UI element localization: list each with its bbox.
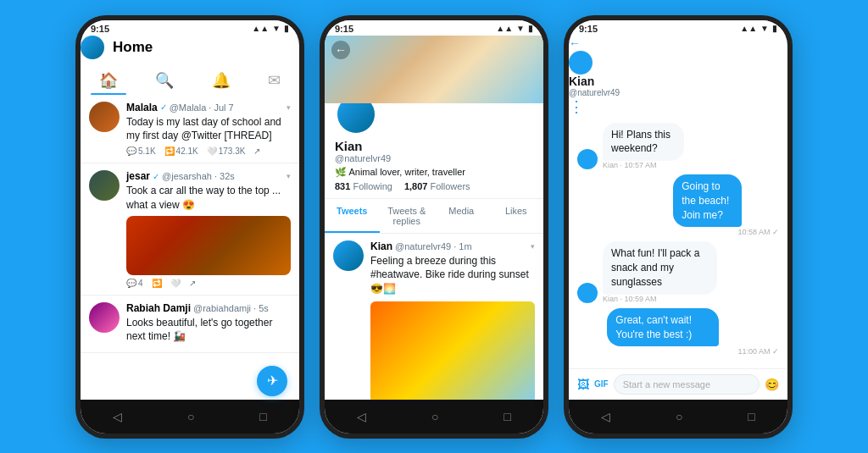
tab-home[interactable]: 🏠: [91, 68, 126, 95]
time-2: 9:15: [335, 24, 353, 34]
time-1: 9:15: [91, 24, 109, 34]
tab-search[interactable]: 🔍: [147, 68, 182, 95]
verified-icon: ✓: [153, 172, 159, 181]
retweet-action[interactable]: 🔁: [152, 279, 162, 288]
tab-notifications[interactable]: 🔔: [203, 68, 239, 95]
tweet-content: Malala ✓ @Malala · Jul 7 ▾ Today is my l…: [126, 102, 291, 157]
retweet-action[interactable]: 🔁 42.1K: [164, 146, 198, 156]
time-3: 9:15: [579, 24, 598, 34]
status-bar-1: 9:15 ▲▲ ▼ ▮: [81, 20, 299, 36]
message-row: Hi! Plans this weekend? Kian · 10:57 AM: [577, 123, 779, 170]
compose-button[interactable]: ✈: [257, 366, 287, 396]
msg-time: 11:00 AM ✓: [607, 347, 779, 356]
input-placeholder: Start a new message: [623, 379, 710, 389]
phone-profile: 9:15 ▲▲ ▼ ▮ ← ⚙ 🔔 Following Kian @nature…: [320, 15, 548, 439]
tab-messages[interactable]: ✉: [259, 68, 289, 95]
tweet-time: · Jul 7: [209, 102, 233, 113]
like-action[interactable]: 🤍: [170, 279, 181, 288]
status-icons-1: ▲▲ ▼ ▮: [252, 24, 289, 33]
share-action[interactable]: ↗: [253, 146, 260, 156]
tweet-handle: @naturelvr49: [395, 241, 451, 251]
message-bubble: Going to the beach!Join me?: [673, 174, 742, 227]
tweet-dropdown[interactable]: ▾: [531, 242, 535, 251]
recents-button[interactable]: □: [734, 406, 768, 427]
back-button[interactable]: ◁: [343, 406, 380, 427]
tweet-name: Kian: [370, 240, 392, 252]
message-group: Going to the beach!Join me? 10:58 AM ✓: [673, 174, 779, 236]
phones-container: 9:15 ▲▲ ▼ ▮ Home 🏠 🔍 🔔 ✉: [67, 7, 801, 447]
reply-action[interactable]: 💬 4: [126, 279, 143, 288]
back-button[interactable]: ◁: [587, 406, 624, 427]
gif-icon[interactable]: GIF: [594, 379, 609, 389]
tweet-avatar: [333, 240, 364, 271]
home-button[interactable]: ○: [174, 406, 208, 427]
home-button[interactable]: ○: [662, 406, 696, 427]
tweet-header: jesar ✓ @jesarshah · 32s ▾: [126, 170, 291, 182]
user-avatar[interactable]: [81, 36, 104, 59]
image-icon[interactable]: 🖼: [577, 378, 589, 391]
profile-tweet: Kian @naturelvr49 · 1m ▾ Feeling a breez…: [325, 234, 543, 400]
status-icons-2: ▲▲ ▼ ▮: [496, 24, 533, 33]
profile-name: Kian: [335, 139, 533, 153]
message-input[interactable]: Start a new message: [614, 374, 760, 395]
tweet-handle: @rabiahdamji: [193, 303, 251, 313]
emoji-icon[interactable]: 😊: [765, 378, 779, 391]
share-action[interactable]: ↗: [189, 279, 196, 288]
message-bubble: Great, can't wait! You're the best :): [607, 308, 719, 347]
phone-messages: 9:15 ▲▲ ▼ ▮ ← Kian @naturelvr49 ⋮ Hi! Pl…: [564, 15, 793, 439]
tweet-handle: @Malala: [170, 102, 207, 113]
reply-action[interactable]: 💬 5.1K: [126, 146, 156, 156]
tweet-item: jesar ✓ @jesarshah · 32s ▾ Took a car al…: [81, 163, 299, 296]
retweet-count: 42.1K: [176, 146, 198, 156]
msg-avatar: [577, 283, 598, 303]
status-bar-3: 9:15 ▲▲ ▼ ▮: [569, 20, 787, 36]
bottom-nav-2: ◁ ○ □: [325, 400, 543, 434]
message-group: Hi! Plans this weekend? Kian · 10:57 AM: [603, 123, 728, 170]
more-options-button[interactable]: ⋮: [569, 98, 584, 115]
tweet-text: Feeling a breeze during this #heatwave. …: [370, 254, 535, 296]
message-bubble: Hi! Plans this weekend?: [603, 123, 684, 162]
tweet-item: Rabiah Damji @rabiahdamji · 5s Looks bea…: [81, 296, 299, 354]
tweet-dropdown[interactable]: ▾: [287, 103, 291, 112]
tweet-actions: 💬 5.1K 🔁 42.1K 🤍 173.3K ↗: [126, 146, 291, 156]
back-button[interactable]: ←: [331, 41, 350, 59]
tweet-content: jesar ✓ @jesarshah · 32s ▾ Took a car al…: [126, 170, 291, 288]
profile-handle: @naturelvr49: [335, 153, 533, 163]
chat-name: Kian: [569, 75, 787, 88]
home-title: Home: [113, 39, 153, 56]
tab-likes[interactable]: Likes: [489, 199, 544, 233]
chat-input-bar: 🖼 GIF Start a new message 😊: [569, 368, 787, 400]
tweet-text: Looks beautiful, let's go together next …: [126, 316, 291, 345]
recents-button[interactable]: □: [490, 406, 524, 427]
home-button[interactable]: ○: [418, 406, 452, 427]
tweet-name: Rabiah Damji: [126, 302, 191, 314]
tweet-header: Rabiah Damji @rabiahdamji · 5s: [126, 302, 291, 314]
header-top: Home: [81, 36, 299, 59]
message-row: Going to the beach!Join me? 10:58 AM ✓: [577, 174, 779, 236]
back-button[interactable]: ◁: [99, 406, 136, 427]
tweet-text: Today is my last day of school and my fi…: [126, 115, 291, 144]
home-nav-tabs: 🏠 🔍 🔔 ✉: [81, 64, 299, 95]
status-icons-3: ▲▲ ▼ ▮: [740, 24, 777, 33]
tab-tweets-replies[interactable]: Tweets & replies: [380, 199, 435, 233]
bottom-nav-3: ◁ ○ □: [569, 400, 787, 434]
message-group: Great, can't wait! You're the best :) 11…: [607, 308, 779, 356]
tab-tweets[interactable]: Tweets: [325, 199, 380, 233]
chat-header: ← Kian @naturelvr49 ⋮: [569, 36, 787, 116]
profile-tweet-feed: Kian @naturelvr49 · 1m ▾ Feeling a breez…: [325, 234, 543, 400]
recents-button[interactable]: □: [246, 406, 280, 427]
battery-icon: ▮: [528, 24, 533, 33]
message-row: What fun! I'll pack a snack and my sungl…: [577, 241, 779, 302]
followers-stat: 1,807 Followers: [404, 181, 470, 191]
msg-sender: Kian · 10:59 AM: [603, 295, 779, 303]
verified-icon: ✓: [160, 102, 167, 112]
like-action[interactable]: 🤍 173.3K: [207, 146, 246, 156]
profile-stats: 831 Following 1,807 Followers: [335, 181, 533, 191]
tweet-dropdown[interactable]: ▾: [287, 172, 291, 180]
wifi-icon: ▼: [760, 24, 769, 33]
tab-media[interactable]: Media: [434, 199, 489, 233]
tweet-content: Rabiah Damji @rabiahdamji · 5s Looks bea…: [126, 302, 291, 346]
back-button[interactable]: ←: [569, 36, 581, 50]
message-bubble: What fun! I'll pack a snack and my sungl…: [603, 241, 717, 294]
battery-icon: ▮: [284, 24, 289, 33]
